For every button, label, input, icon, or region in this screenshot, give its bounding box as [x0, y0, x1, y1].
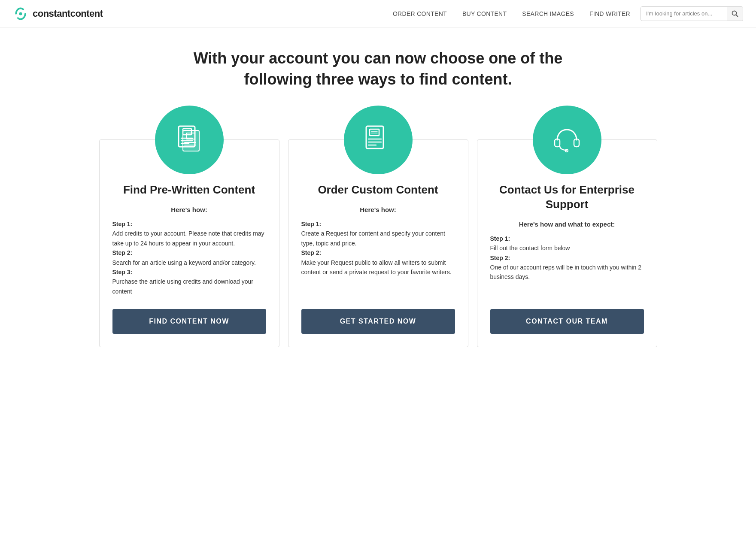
- step-label-2-2: Step 2:: [301, 249, 322, 256]
- card-order-content-body: Order Custom Content Here's how: Step 1:…: [301, 183, 455, 334]
- step-label-3-2: Step 2:: [490, 254, 510, 261]
- step-text-2-1: Create a Request for content and specify…: [301, 230, 445, 246]
- step-text-1-2: Search for an article using a keyword an…: [112, 259, 256, 266]
- navbar: constantcontent ORDER CONTENT BUY CONTEN…: [0, 0, 756, 27]
- step-text-1-3: Purchase the article using credits and d…: [112, 278, 253, 294]
- document2-icon: [360, 122, 396, 158]
- card-order-content-title: Order Custom Content: [301, 183, 455, 197]
- svg-line-2: [736, 15, 738, 16]
- card-find-content: Find Pre-Written Content Here's how: Ste…: [99, 139, 279, 347]
- svg-point-0: [19, 12, 22, 15]
- card-find-content-title: Find Pre-Written Content: [112, 183, 266, 197]
- card-find-content-subtitle: Here's how:: [112, 206, 266, 213]
- step-label-3-1: Step 1:: [490, 235, 510, 242]
- card-contact-subtitle: Here's how and what to expect:: [490, 221, 644, 228]
- card-order-content: Order Custom Content Here's how: Step 1:…: [288, 139, 468, 347]
- card-find-content-steps: Step 1: Add credits to your account. Ple…: [112, 219, 266, 296]
- step-label-1-1: Step 1:: [112, 221, 133, 227]
- card-order-content-subtitle: Here's how:: [301, 206, 455, 213]
- card-contact-steps: Step 1: Fill out the contact form below …: [490, 234, 644, 296]
- search-area: [641, 6, 743, 21]
- card-find-content-body: Find Pre-Written Content Here's how: Ste…: [112, 183, 266, 334]
- search-button[interactable]: [727, 7, 743, 21]
- headset-icon: [549, 122, 585, 158]
- svg-rect-13: [370, 129, 379, 136]
- nav-links: ORDER CONTENT BUY CONTENT SEARCH IMAGES …: [393, 10, 630, 17]
- step-text-3-1: Fill out the contact form below: [490, 245, 570, 251]
- logo-area: constantcontent: [13, 6, 103, 21]
- card-icon-contact: [533, 106, 601, 174]
- contact-team-button[interactable]: CONTACT OUR TEAM: [490, 309, 644, 334]
- step-text-1-1: Add credits to your account. Please note…: [112, 230, 264, 246]
- card-order-content-steps: Step 1: Create a Request for content and…: [301, 219, 455, 296]
- card-contact-body: Contact Us for Enterprise Support Here's…: [490, 183, 644, 334]
- svg-rect-8: [183, 130, 199, 151]
- card-contact-title: Contact Us for Enterprise Support: [490, 183, 644, 212]
- find-content-button[interactable]: FIND CONTENT NOW: [112, 309, 266, 334]
- get-started-button[interactable]: GET STARTED NOW: [301, 309, 455, 334]
- step-label-2-1: Step 1:: [301, 221, 322, 227]
- nav-search-images[interactable]: SEARCH IMAGES: [522, 10, 574, 17]
- search-input[interactable]: [641, 7, 727, 20]
- step-text-3-2: One of our account reps will be in touch…: [490, 264, 642, 280]
- logo-text: constantcontent: [33, 8, 103, 19]
- nav-find-writer[interactable]: FIND WRITER: [589, 10, 630, 17]
- search-icon: [732, 10, 738, 17]
- card-icon-order-content: [344, 106, 413, 174]
- nav-order-content[interactable]: ORDER CONTENT: [393, 10, 447, 17]
- card-icon-find-content: [155, 106, 224, 174]
- step-label-1-2: Step 2:: [112, 249, 133, 256]
- hero-section: With your account you can now choose one…: [0, 27, 756, 105]
- step-text-2-2: Make your Request public to allow all wr…: [301, 259, 452, 275]
- step-label-1-3: Step 3:: [112, 269, 133, 275]
- document-icon: [171, 122, 207, 158]
- hero-title: With your account you can now choose one…: [194, 48, 563, 90]
- nav-buy-content[interactable]: BUY CONTENT: [462, 10, 507, 17]
- logo-icon: [13, 6, 28, 21]
- card-contact-team: Contact Us for Enterprise Support Here's…: [477, 139, 657, 347]
- cards-container: Find Pre-Written Content Here's how: Ste…: [78, 105, 679, 373]
